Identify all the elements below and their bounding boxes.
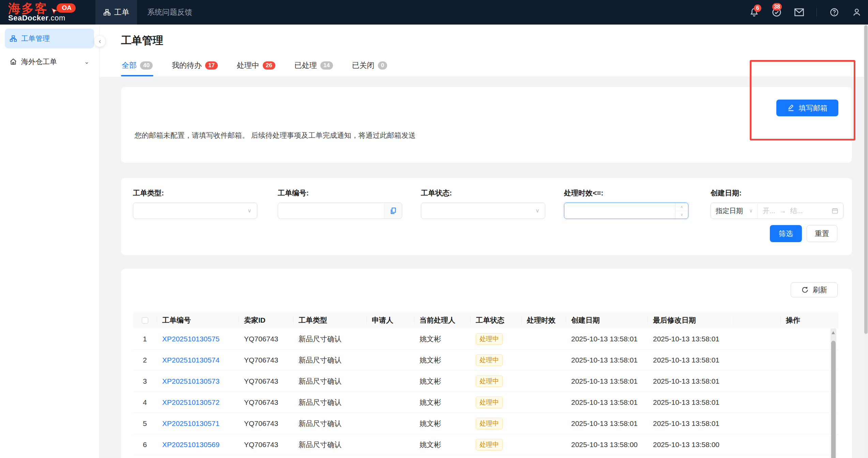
type-select[interactable]: ∨ [133,203,257,219]
status-select[interactable]: ∨ [421,203,545,219]
col-created: 创建日期 [566,312,648,328]
chevron-down-icon: ∨ [749,208,753,214]
col-aging: 处理时效 [521,312,566,328]
table-row[interactable]: 3 XP202510130573 YQ706743 新品尺寸确认 姚文彬 处理中… [133,371,838,392]
spinner-up-icon[interactable]: ∧ [675,203,688,211]
spinner-down-icon[interactable]: ∨ [675,211,688,219]
table-row[interactable]: 5 XP202510130571 YQ706743 新品尺寸确认 姚文彬 处理中… [133,413,838,434]
sidebar: 工单管理 海外仓工单 ⌄ [0,25,100,458]
tab-count: 14 [320,61,333,70]
aging-input[interactable] [564,203,675,219]
navbar-divider [817,8,817,17]
cell-row-index: 1 [133,335,157,343]
scroll-up-arrow-icon[interactable] [832,331,835,334]
cell-handler: 姚文彬 [414,376,470,386]
order-no-input[interactable] [278,203,384,219]
cell-modified: 2025-10-13 13:58:00 [648,441,733,449]
tab-processing[interactable]: 处理中 26 [236,55,276,76]
fill-email-button[interactable]: 填写邮箱 [776,100,838,116]
filter-submit-button[interactable]: 筛选 [770,225,802,242]
cell-handler: 姚文彬 [414,440,470,449]
cell-created: 2025-10-13 13:58:00 [566,441,648,449]
tab-count: 40 [140,61,153,70]
cell-order-no-link[interactable]: XP202510130573 [162,377,219,385]
table-row[interactable]: 4 XP202510130572 YQ706743 新品尺寸确认 姚文彬 处理中… [133,392,838,413]
sidebar-item-workorder-mgmt[interactable]: 工单管理 [5,29,94,48]
cell-type: 新品尺寸确认 [293,398,366,407]
notification-bell-icon[interactable]: 6 [749,7,759,17]
cell-seller-id: YQ706743 [239,441,293,449]
user-icon[interactable] [852,7,862,17]
sidebar-item-overseas[interactable]: 海外仓工单 ⌄ [5,53,94,71]
table-row[interactable]: 6 XP202510130569 YQ706743 新品尺寸确认 姚文彬 处理中… [133,434,838,455]
copy-icon [390,207,397,215]
cell-order-no-link[interactable]: XP202510130574 [162,356,219,364]
date-range-input[interactable]: 开... → 结... [758,206,843,216]
cell-order-no-link[interactable]: XP202510130569 [162,441,219,448]
sidebar-collapse-button[interactable]: ‹ [94,35,106,47]
tab-closed[interactable]: 已关闭 0 [351,55,388,76]
help-icon[interactable] [829,7,839,17]
filter-reset-button[interactable]: 重置 [807,225,837,242]
table-scrollbar-thumb[interactable] [831,341,836,458]
select-all-checkbox[interactable] [142,317,148,324]
cell-seller-id: YQ706743 [239,335,293,343]
page-scrollbar-thumb[interactable] [864,25,868,334]
cell-order-no-link[interactable]: XP202510130575 [162,335,219,343]
mail-icon[interactable] [794,7,804,17]
cell-order-no-link[interactable]: XP202510130572 [162,398,219,406]
status-badge: 处理中 [476,333,503,345]
date-range-group: 指定日期 ∨ 开... → 结... [711,203,843,219]
cell-created: 2025-10-13 13:58:01 [566,398,648,407]
table-scrollbar[interactable] [831,328,836,458]
order-no-inputbox [278,203,402,219]
cell-seller-id: YQ706743 [239,377,293,385]
table-row[interactable]: 2 XP202510130574 YQ706743 新品尺寸确认 姚文彬 处理中… [133,350,838,371]
app-root: 海多客 SeaDocker.com OA 工单 系统问题反馈 6 38 [0,0,868,458]
tab-my-todo[interactable]: 我的待办 17 [171,55,218,76]
cell-order-no-link[interactable]: XP202510130571 [162,419,219,427]
todo-check-icon[interactable]: 38 [772,7,782,17]
filter-created-date: 创建日期: 指定日期 ∨ 开... → 结... [711,188,843,219]
brand-logo[interactable]: 海多客 SeaDocker.com OA [8,3,93,22]
page-scrollbar[interactable] [864,25,868,458]
nav-tab-workorder[interactable]: 工单 [95,0,137,25]
cell-handler: 姚文彬 [414,355,470,365]
calendar-icon [832,207,838,214]
refresh-button[interactable]: 刷新 [791,282,838,297]
cell-modified: 2025-10-13 13:58:01 [648,356,733,364]
cell-modified: 2025-10-13 13:58:01 [648,377,733,385]
tab-count: 17 [205,61,218,70]
refresh-icon [801,286,809,294]
paste-copy-button[interactable] [384,203,402,219]
nav-tab-feedback[interactable]: 系统问题反馈 [147,0,192,25]
page-header: 工单管理 全部 40 我的待办 17 处理中 26 已处理 14 已关闭 0 [100,25,864,77]
date-preset-select[interactable]: 指定日期 ∨ [711,203,758,219]
email-notice-text: 您的邮箱未配置，请填写收件邮箱。 后续待处理事项及工单完成通知，将通过此邮箱发送 [135,131,416,140]
nav-tab-label: 工单 [114,7,129,17]
cell-type: 新品尺寸确认 [293,419,366,428]
col-action: 操作 [780,312,838,328]
cell-type: 新品尺寸确认 [293,440,366,449]
tab-all[interactable]: 全部 40 [121,55,153,76]
table-row[interactable]: 1 XP202510130575 YQ706743 新品尺寸确认 姚文彬 处理中… [133,328,838,350]
filter-type-label: 工单类型: [133,188,257,198]
cell-row-index: 6 [133,441,157,449]
col-applicant: 申请人 [366,312,414,328]
select-all-cell [133,312,157,328]
filter-aging-label: 处理时效<=: [564,188,688,198]
col-spacer [733,312,780,328]
filter-aging: 处理时效<=: ∧ ∨ [564,188,688,219]
number-spinner: ∧ ∨ [675,203,688,219]
chevron-down-icon: ∨ [247,207,252,214]
tab-count: 26 [263,61,275,70]
cell-modified: 2025-10-13 13:58:01 [648,335,733,343]
cell-handler: 姚文彬 [414,419,470,428]
table-header-row: 工单编号 卖家ID 工单类型 申请人 当前处理人 工单状态 处理时效 创建日期 … [133,312,838,328]
tab-processed[interactable]: 已处理 14 [294,55,334,76]
status-badge: 处理中 [476,397,503,408]
col-status: 工单状态 [470,312,521,328]
status-badge: 处理中 [476,418,503,429]
status-badge: 处理中 [476,375,503,387]
aging-numberbox: ∧ ∨ [564,203,688,219]
